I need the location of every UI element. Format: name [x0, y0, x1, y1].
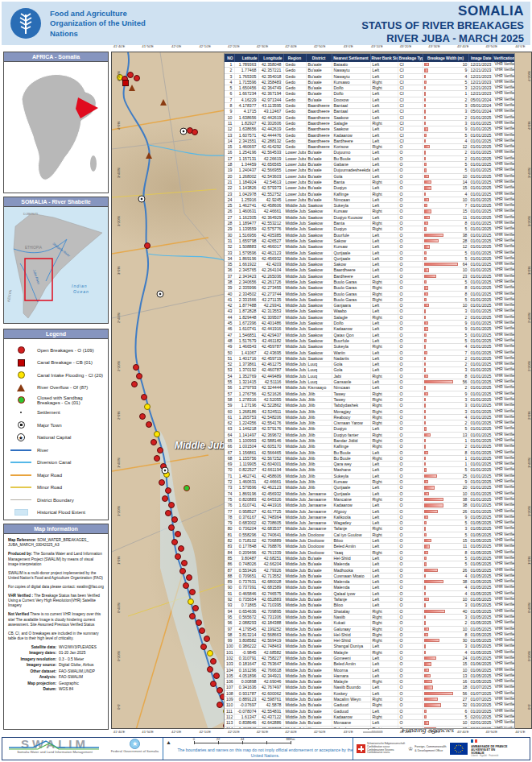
- canal-breakage-marker[interactable]: [122, 80, 129, 86]
- open-breakage-marker[interactable]: [136, 373, 142, 379]
- open-breakage-marker[interactable]: [168, 524, 175, 531]
- open-breakage-marker[interactable]: [189, 613, 196, 619]
- open-breakage-marker[interactable]: [144, 242, 151, 249]
- open-breakage-marker[interactable]: [199, 627, 205, 634]
- breakage-width-bar: [424, 468, 427, 471]
- open-breakage-marker[interactable]: [175, 553, 181, 560]
- sandbag-closed-marker[interactable]: [184, 485, 190, 491]
- major-town-marker[interactable]: [180, 128, 188, 135]
- river-overflow-marker[interactable]: [146, 152, 152, 159]
- canal-intake-marker[interactable]: [154, 431, 160, 437]
- fao-logo-icon: [10, 7, 42, 39]
- major-town-marker[interactable]: [138, 196, 146, 203]
- river-overflow-marker[interactable]: [160, 99, 167, 106]
- legend-item-label: River: [37, 448, 48, 453]
- table-row: 321.50888342.466017Middle JubaSaakowKurs…: [225, 244, 515, 250]
- table-row: 481.51767942.461182Middle JubaSaakowBuur…: [225, 338, 515, 343]
- open-breakage-marker[interactable]: [162, 495, 168, 502]
- open-breakage-marker[interactable]: [213, 673, 220, 679]
- open-breakage-marker[interactable]: [181, 560, 188, 566]
- open-breakage-marker[interactable]: [165, 487, 171, 494]
- open-breakage-marker[interactable]: [178, 545, 184, 552]
- open-breakage-marker[interactable]: [217, 687, 223, 694]
- open-breakage-marker[interactable]: [210, 681, 217, 687]
- open-breakage-marker[interactable]: [183, 582, 189, 589]
- africa-inset-panel: AFRICA - Somalia: [3, 52, 109, 193]
- breakage-width-bar: [424, 198, 430, 201]
- column-header: Longitude: [258, 54, 283, 62]
- table-row: 110-0.0769742.5878Middle JubaBu'aaleGadu…: [225, 702, 515, 708]
- open-breakage-marker[interactable]: [168, 502, 175, 508]
- breakage-width-bar: [424, 503, 444, 507]
- breakage-width-bar: [424, 651, 427, 654]
- table-row: 281.18947742.553212Middle JubaSaakowBant…: [225, 221, 515, 226]
- river-overflow-marker[interactable]: [129, 85, 135, 91]
- verification-cell: VHR Verified: [493, 649, 515, 655]
- breakage-table[interactable]: NOLatitudeLongitudeRegionDistrictNearest…: [224, 53, 515, 729]
- table-row: 171.15713142.26619Lower JubaBu'aaleBu Bu…: [225, 155, 515, 161]
- open-breakage-marker[interactable]: [146, 421, 152, 428]
- open-breakage-marker[interactable]: [207, 666, 213, 673]
- canal-intake-marker[interactable]: [188, 598, 194, 605]
- table-row: 700.82252742.661194Middle JubaJilibMasha…: [225, 467, 515, 473]
- open-breakage-marker[interactable]: [151, 439, 157, 445]
- verification-cell: VHR Verified: [493, 590, 515, 596]
- page-header: Food and Agriculture Organization of the…: [2, 2, 530, 45]
- table-row: 111.8292742.302606GedoBaardheereSalagleR…: [225, 120, 515, 126]
- verification-cell: VHR Verified: [493, 138, 515, 143]
- fedgov-caption: Federal Government of Somalia: [107, 749, 163, 753]
- open-breakage-marker[interactable]: [159, 479, 165, 486]
- major-town-marker[interactable]: [157, 291, 164, 298]
- lon-tick-label: 42°20'E: [228, 730, 240, 734]
- verification-cell: VHR Verified: [493, 408, 515, 414]
- un-disclaimer: The boundaries and names on this map do …: [175, 748, 356, 758]
- verification-cell: VHR Verified: [493, 221, 515, 226]
- open-breakage-marker[interactable]: [210, 658, 217, 665]
- lon-tick-label: 43°0'E: [344, 44, 353, 48]
- open-breakage-marker[interactable]: [192, 605, 199, 611]
- title-subject: STATUS OF RIVER BREAKAGES: [361, 19, 524, 32]
- open-breakage-marker[interactable]: [165, 510, 171, 516]
- map-title-block: SOMALIA STATUS OF RIVER BREAKAGES RIVER …: [361, 3, 524, 46]
- breakage-width-bar: [424, 362, 426, 366]
- ci-legend-icon: [18, 371, 25, 379]
- open-breakage-marker[interactable]: [204, 636, 210, 642]
- major-town-marker[interactable]: [162, 467, 169, 474]
- lat-tick-label: 3°40'N: [527, 168, 531, 179]
- open-breakage-marker[interactable]: [171, 539, 178, 545]
- lon-tick-label: 42°10'E: [200, 44, 212, 48]
- open-breakage-marker[interactable]: [189, 589, 196, 595]
- open-breakage-marker[interactable]: [179, 568, 186, 574]
- breakage-width-bar: [424, 339, 427, 342]
- open-breakage-marker[interactable]: [217, 702, 223, 708]
- open-breakage-marker[interactable]: [127, 72, 134, 78]
- canal-intake-marker[interactable]: [144, 404, 151, 410]
- column-header: Verification: [493, 54, 515, 62]
- breakage-width-bar: [424, 127, 429, 130]
- verification-cell: VHR Verified: [493, 79, 515, 85]
- open-breakage-marker[interactable]: [171, 516, 178, 523]
- open-breakage-marker[interactable]: [134, 75, 140, 81]
- table-row: 241.2591642.9245Lower JubaBu'aaleNimcaan…: [225, 197, 515, 202]
- breakage-width-bar: [424, 644, 426, 648]
- open-breakage-marker[interactable]: [192, 129, 198, 135]
- open-breakage-marker[interactable]: [139, 413, 146, 420]
- verification-cell: VHR Verified: [493, 226, 515, 232]
- open-breakage-marker[interactable]: [131, 381, 138, 387]
- breakage-width-bar: [424, 63, 430, 66]
- verification-cell: VHR Verified: [493, 279, 515, 284]
- open-breakage-marker[interactable]: [175, 531, 181, 537]
- verification-cell: VHR Verified: [493, 338, 515, 343]
- open-breakage-marker[interactable]: [186, 574, 192, 581]
- open-breakage-marker[interactable]: [157, 447, 163, 453]
- open-breakage-marker[interactable]: [154, 455, 160, 462]
- open-breakage-marker[interactable]: [196, 619, 202, 626]
- open-breakage-marker[interactable]: [200, 644, 207, 650]
- canal-intake-marker[interactable]: [207, 650, 213, 656]
- lon-tick-label: 42°10'E: [200, 730, 212, 734]
- breakage-width-bar: [424, 633, 428, 636]
- breakage-width-bar: [424, 533, 427, 536]
- open-breakage-marker[interactable]: [133, 364, 139, 371]
- open-breakage-marker[interactable]: [141, 394, 147, 400]
- breakage-table-body: 11.78936342.358048GedoBu'aaleBataaloLeft…: [225, 62, 515, 729]
